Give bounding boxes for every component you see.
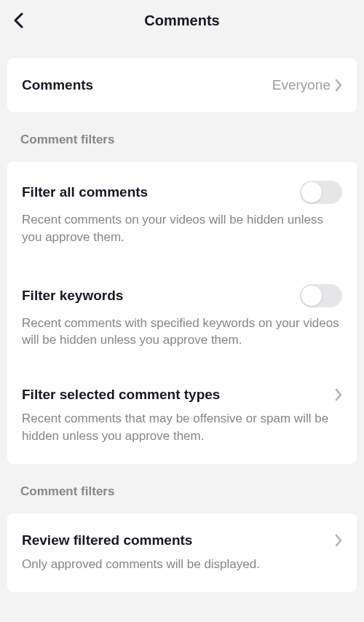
filter-all-comments-row: Filter all comments Recent comments on y… [22,162,342,265]
row-right: Everyone [272,77,342,93]
toggle-knob [301,182,322,202]
filter-keywords-title: Filter keywords [22,288,123,304]
filter-types-title: Filter selected comment types [22,387,220,403]
section-label-filters: Comment filters [0,112,364,154]
filter-keywords-desc: Recent comments with specified keywords … [22,307,342,369]
review-card: Review filtered comments Only approved c… [7,513,357,592]
page-title: Comments [144,12,219,29]
filter-all-desc: Recent comments on your videos will be h… [22,204,342,265]
comments-permission-value: Everyone [272,77,331,93]
filter-types-row[interactable]: Filter selected comment types Recent com… [22,368,342,464]
review-desc: Only approved comments will be displayed… [22,548,342,592]
filter-types-desc: Recent comments that may be offensive or… [22,403,342,464]
toggle-knob [301,286,322,306]
filter-keywords-toggle[interactable] [300,284,342,307]
header: Comments [0,0,364,41]
filter-keywords-row: Filter keywords Recent comments with spe… [22,265,342,369]
filter-all-title: Filter all comments [22,184,148,200]
review-title: Review filtered comments [22,532,192,548]
comments-permission-label: Comments [22,77,93,93]
back-button[interactable] [13,12,25,28]
chevron-right-icon [335,388,342,401]
filters-card: Filter all comments Recent comments on y… [7,162,357,464]
chevron-right-icon [335,534,342,547]
comments-permission-card: Comments Everyone [7,58,357,112]
chevron-right-icon [335,79,342,92]
filter-all-toggle[interactable] [300,181,342,204]
review-filtered-row[interactable]: Review filtered comments Only approved c… [22,513,342,592]
comments-permission-row[interactable]: Comments Everyone [22,58,342,112]
section-label-filters-2: Comment filters [0,464,364,506]
back-icon [13,12,25,28]
